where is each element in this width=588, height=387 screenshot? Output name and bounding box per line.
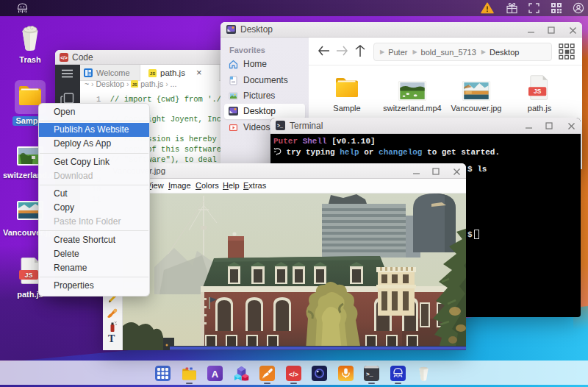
svg-text:</>: </>: [60, 54, 68, 60]
svg-text:>_: >_: [366, 371, 373, 377]
svg-text:</>: </>: [289, 371, 298, 378]
svg-text:JS: JS: [534, 88, 542, 95]
svg-text:JS: JS: [150, 71, 155, 76]
svg-text:A: A: [212, 369, 219, 380]
svg-text:JS: JS: [132, 82, 137, 87]
svg-text:JS: JS: [24, 271, 32, 279]
svg-text:>_: >_: [277, 124, 283, 129]
